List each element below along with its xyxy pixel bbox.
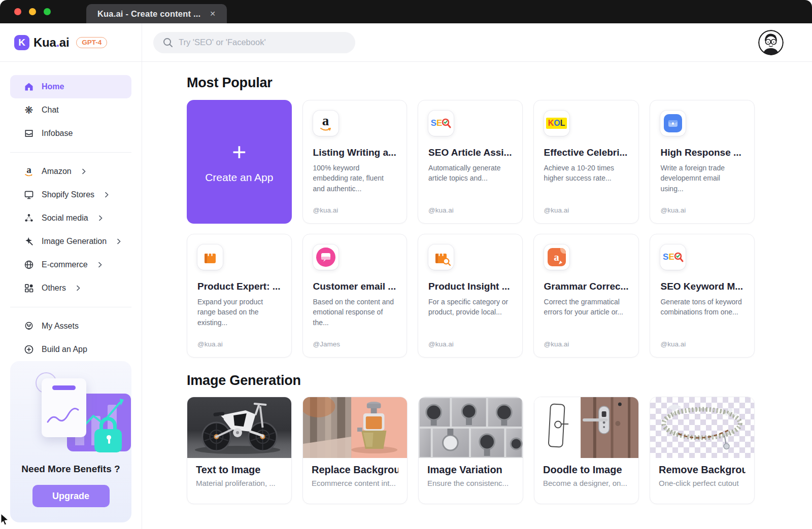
- sidebar-item-label: My Assets: [42, 322, 79, 331]
- sidebar-item-label: E-commerce: [42, 260, 88, 269]
- most-popular-heading: Most Popular: [187, 75, 755, 91]
- zoom-window-button[interactable]: [44, 8, 51, 15]
- app-card-effective-celebri[interactable]: KOL Effective Celebri... Achieve a 10-20…: [533, 100, 639, 224]
- app-title: Effective Celebri...: [544, 147, 629, 158]
- globe-icon: [23, 259, 35, 270]
- app-title: Customer email ...: [313, 281, 397, 292]
- promo-title: Need More Benefits ?: [18, 464, 123, 475]
- divider: [10, 307, 131, 307]
- monitor-icon: [23, 189, 35, 200]
- sidebar-item-label: Others: [42, 284, 66, 293]
- main-content: Most Popular + Create an App a Listing W…: [142, 62, 812, 529]
- sidebar-item-build-an-app[interactable]: Build an App: [10, 338, 131, 361]
- image-tool-description: Ensure the consistenc...: [427, 479, 514, 487]
- inbox-icon: [23, 128, 35, 139]
- app-title: Grammar Correc...: [544, 281, 629, 292]
- search-icon: [162, 37, 174, 48]
- sidebar-item-shopify-stores[interactable]: Shopify Stores: [10, 183, 131, 206]
- image-tool-description: Material proliferation, ...: [196, 479, 283, 487]
- seo-app-icon: SE: [660, 244, 686, 270]
- sidebar-item-social-media[interactable]: Social media: [10, 206, 131, 230]
- divider: [10, 152, 131, 153]
- top-header: [142, 23, 812, 62]
- kua-logo-icon[interactable]: K: [14, 35, 29, 50]
- openai-chat-icon: ❋: [23, 104, 35, 116]
- tab-title: Kua.ai - Create content ...: [97, 9, 200, 19]
- app-author: @kua.ai: [660, 340, 744, 348]
- image-tool-title: Text to Image: [196, 464, 283, 476]
- app-author: @kua.ai: [544, 340, 629, 348]
- image-tool-title: Doodle to Image: [543, 464, 630, 476]
- app-card-product-expert[interactable]: Product Expert: ... Expand your product …: [187, 234, 292, 358]
- app-card-customer-email[interactable]: Customer email ... Based on the content …: [302, 234, 408, 358]
- image-tool-card-remove-backgrour[interactable]: Remove Backgrour One-click perfect cutou…: [650, 397, 755, 504]
- app-author: @kua.ai: [313, 206, 397, 214]
- grammar-app-icon: a: [544, 244, 569, 270]
- sidebar-item-others[interactable]: Others: [10, 276, 131, 300]
- image-tool-card-replace-backgrour[interactable]: Replace Backgrour Ecommerce content int.…: [302, 397, 408, 504]
- close-window-button[interactable]: [14, 8, 21, 15]
- home-icon: [23, 81, 35, 92]
- sidebar-item-chat[interactable]: ❋ Chat: [10, 98, 131, 122]
- bag-search-app-icon: [428, 244, 454, 270]
- image-tool-card-doodle-to-image[interactable]: Doodle to Image Become a designer, on...: [534, 397, 639, 504]
- browser-tab[interactable]: Kua.ai - Create content ... ✕: [86, 4, 227, 23]
- sidebar-item-infobase[interactable]: Infobase: [10, 122, 131, 145]
- search-bar[interactable]: [153, 32, 355, 53]
- grid-icon: [23, 283, 35, 294]
- app-description: Based on the content and emotional respo…: [313, 297, 397, 328]
- image-tool-description: Ecommerce content int...: [312, 479, 398, 487]
- app-card-product-insight[interactable]: Product Insight ... For a specific categ…: [418, 234, 523, 358]
- most-popular-grid: + Create an App a Listing Writing a... 1…: [187, 100, 755, 358]
- chevron-right-icon: [103, 191, 111, 199]
- minimize-window-button[interactable]: [29, 8, 36, 15]
- amazon-icon: a: [23, 166, 35, 177]
- create-app-card[interactable]: + Create an App: [187, 100, 292, 224]
- image-tool-card-text-to-image[interactable]: Text to Image Material proliferation, ..…: [187, 397, 292, 504]
- app-author: @kua.ai: [428, 340, 512, 348]
- app-author: @kua.ai: [428, 206, 512, 214]
- window-controls: [14, 8, 51, 15]
- sidebar-item-home[interactable]: Home: [10, 75, 131, 98]
- chevron-right-icon: [74, 284, 82, 292]
- app-card-seo-article-assi[interactable]: SE SEO Article Assi... Automatically gen…: [418, 100, 523, 224]
- app-description: Expand your product range based on the e…: [197, 297, 281, 328]
- app-description: Generate tons of keyword combinations fr…: [660, 297, 744, 318]
- app-title: Product Expert: ...: [197, 281, 281, 292]
- create-app-label: Create an App: [205, 171, 273, 184]
- sidebar-item-label: Home: [42, 82, 64, 91]
- sidebar-item-label: Infobase: [42, 129, 73, 138]
- tab-close-icon[interactable]: ✕: [210, 10, 216, 18]
- seo-app-icon: SE: [428, 111, 454, 136]
- plus-circle-icon: [23, 344, 35, 355]
- app-title: Product Insight ...: [428, 281, 512, 292]
- image-tool-description: One-click perfect cutout: [659, 479, 746, 487]
- sidebar-item-image-generation[interactable]: Image Generation: [10, 230, 131, 253]
- image-tool-card-image-variation[interactable]: Image Variation Ensure the consistenc...: [418, 397, 523, 504]
- app-card-seo-keyword-m[interactable]: SE SEO Keyword M... Generate tons of key…: [650, 234, 755, 358]
- app-description: Automatically generate article topics an…: [428, 163, 512, 184]
- app-title: Listing Writing a...: [313, 147, 397, 158]
- app-title: SEO Article Assi...: [428, 147, 512, 158]
- brand-header: K Kua.ai GPT-4: [0, 23, 142, 62]
- juicer-photo: [303, 397, 407, 458]
- app-card-high-response[interactable]: High Response ... Write a foreign trade …: [650, 100, 755, 224]
- mouse-cursor: [1, 514, 10, 526]
- chevron-right-icon: [80, 167, 88, 175]
- chevron-right-icon: [96, 214, 105, 222]
- app-description: Correct the grammatical errors for your …: [544, 297, 629, 318]
- chevron-right-icon: [115, 237, 123, 245]
- sidebar-item-my-assets[interactable]: My Assets: [10, 314, 131, 338]
- app-card-grammar-correc[interactable]: a Grammar Correc... Correct the grammati…: [533, 234, 639, 358]
- user-avatar[interactable]: [758, 30, 784, 55]
- wreath-cutout-photo: [650, 397, 754, 458]
- search-input[interactable]: [179, 38, 346, 47]
- kol-app-icon: KOL: [544, 111, 569, 136]
- sidebar-item-amazon[interactable]: a Amazon: [10, 160, 131, 183]
- app-card-listing-writing-a[interactable]: a Listing Writing a... 100% keyword embe…: [302, 100, 408, 224]
- electric-bike-photo: [187, 397, 291, 458]
- browser-tab-bar: Kua.ai - Create content ... ✕: [0, 0, 812, 23]
- sidebar-item-label: Image Generation: [42, 237, 107, 246]
- upgrade-button[interactable]: Upgrade: [32, 485, 110, 507]
- sidebar-item-e-commerce[interactable]: E-commerce: [10, 253, 131, 276]
